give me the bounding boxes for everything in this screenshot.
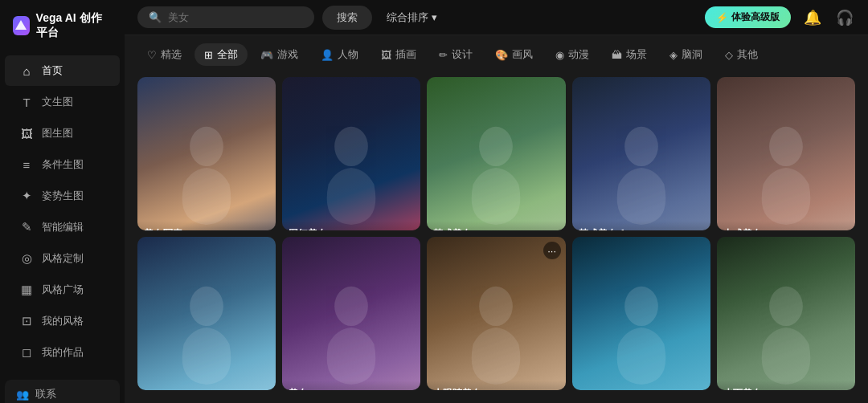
- search-box: 🔍: [137, 6, 314, 28]
- all-tab-icon: ⊞: [204, 49, 213, 61]
- headphone-button[interactable]: 🎧: [834, 7, 855, 28]
- svg-point-10: [769, 287, 803, 326]
- other-tab-icon: ◇: [725, 49, 733, 61]
- top-actions: ⚡ 体验高级版 🔔 🎧: [705, 6, 855, 28]
- card-8[interactable]: 大眼睛美女 添 添醒盼望 ☆ 8855 ···: [427, 237, 565, 390]
- text-to-image-icon: T: [19, 95, 34, 109]
- filter-tab-all[interactable]: ⊞ 全部: [194, 43, 248, 66]
- filter-tab-game[interactable]: 🎮 游戏: [251, 43, 308, 66]
- card-2[interactable]: 网红美女 佰 佰赏大米 ☆ 28785 ···: [282, 77, 420, 230]
- sidebar-nav: ⌂ 首页 T 文生图 🖼 图生图 ≡ 条件生图 ✦ 姿势生图 ✎ 智能编辑 ◎ …: [0, 51, 125, 372]
- nav-label-text-to-image: 文生图: [42, 95, 73, 109]
- sidebar: Vega AI 创作平台 ⌂ 首页 T 文生图 🖼 图生图 ≡ 条件生图 ✦ 姿…: [0, 0, 125, 403]
- filter-tab-scene[interactable]: 🏔 场景: [602, 43, 657, 66]
- card-6[interactable]: ···: [137, 237, 276, 390]
- home-icon: ⌂: [19, 63, 34, 78]
- sidebar-item-image-to-image[interactable]: 🖼 图生图: [5, 118, 120, 149]
- sidebar-item-style-custom[interactable]: ◎ 风格定制: [5, 243, 120, 274]
- condition-image-icon: ≡: [19, 157, 34, 172]
- more-button-8[interactable]: ···: [543, 242, 561, 259]
- search-input[interactable]: [168, 11, 289, 23]
- card-5[interactable]: 中式美女 1 123123 ☆ 12064 ···: [717, 77, 855, 230]
- card-title-8: 大眼睛美女: [433, 387, 559, 390]
- scene-tab-label: 场景: [626, 47, 647, 62]
- filter-tab-featured[interactable]: ♡ 精选: [137, 43, 191, 66]
- filter-tab-person[interactable]: 👤 人物: [311, 43, 368, 66]
- nav-label-smart-edit: 智能编辑: [42, 220, 84, 234]
- anime-tab-icon: ◉: [555, 49, 564, 61]
- design-tab-label: 设计: [452, 47, 473, 62]
- brain-tab-icon: ◈: [669, 49, 678, 61]
- svg-point-6: [190, 287, 223, 326]
- chevron-down-icon: ▾: [432, 11, 437, 23]
- painting-tab-icon: 🎨: [495, 49, 508, 61]
- search-area: 🔍 搜索 综合排序 ▾: [137, 6, 444, 30]
- top-bar: 🔍 搜索 综合排序 ▾ ⚡ 体验高级版 🔔 🎧: [125, 0, 868, 35]
- sidebar-footer: 👥 联系: [0, 372, 125, 403]
- card-4[interactable]: 韩式美女-1 古 古故香蒿 ☆ 9786 ···: [572, 77, 710, 230]
- card-10[interactable]: 水下美女 野 野性的切子 ☆ 3506 ···: [717, 237, 855, 390]
- contact-button[interactable]: 👥 联系: [5, 380, 120, 403]
- style-custom-icon: ◎: [19, 251, 34, 266]
- sidebar-item-condition-image[interactable]: ≡ 条件生图: [5, 149, 120, 180]
- card-grid: 美女写真 央 央谷世界 ☆ 107 ··· 网红美女: [125, 71, 868, 403]
- svg-point-5: [769, 127, 803, 166]
- nav-label-image-to-image: 图生图: [42, 126, 73, 140]
- logo-text: Vega AI 创作平台: [36, 11, 112, 40]
- nav-label-condition-image: 条件生图: [42, 157, 84, 172]
- sidebar-item-pose-image[interactable]: ✦ 姿势生图: [5, 181, 120, 211]
- card-7[interactable]: 美女 直 直率的果汁 ☆ 8356 ···: [282, 237, 420, 390]
- filter-tab-painting[interactable]: 🎨 画风: [485, 43, 542, 66]
- filter-tab-other[interactable]: ◇ 其他: [715, 43, 768, 66]
- main-content: 🔍 搜索 综合排序 ▾ ⚡ 体验高级版 🔔 🎧 ♡ 精选 ⊞ 全部 🎮 游戏: [125, 0, 868, 403]
- upgrade-label: 体验高级版: [731, 10, 780, 24]
- game-tab-label: 游戏: [277, 47, 298, 62]
- sort-dropdown[interactable]: 综合排序 ▾: [380, 7, 444, 28]
- painting-tab-label: 画风: [512, 47, 533, 62]
- person-tab-label: 人物: [338, 47, 358, 62]
- scene-tab-icon: 🏔: [612, 49, 622, 61]
- card-title-1: 美女写真: [144, 227, 269, 230]
- filter-tab-design[interactable]: ✏ 设计: [429, 43, 482, 66]
- contact-label: 联系: [35, 387, 56, 401]
- logo-icon: [13, 16, 30, 35]
- nav-label-home: 首页: [42, 63, 63, 78]
- nav-label-my-style: 我的风格: [42, 314, 84, 328]
- svg-point-8: [480, 287, 514, 326]
- anime-tab-label: 动漫: [568, 47, 589, 62]
- filter-tab-anime[interactable]: ◉ 动漫: [546, 43, 599, 66]
- sidebar-item-home[interactable]: ⌂ 首页: [5, 55, 120, 86]
- card-title-4: 韩式美女-1: [579, 227, 704, 230]
- sidebar-item-text-to-image[interactable]: T 文生图: [5, 87, 120, 117]
- illustration-tab-label: 插画: [395, 47, 416, 62]
- card-title-2: 网红美女: [289, 227, 414, 230]
- svg-point-7: [334, 287, 368, 326]
- style-plaza-icon: ▦: [19, 283, 34, 297]
- filter-tab-brain[interactable]: ◈ 脑洞: [660, 43, 712, 66]
- upgrade-icon: ⚡: [716, 12, 728, 23]
- card-1[interactable]: 美女写真 央 央谷世界 ☆ 107 ···: [137, 77, 276, 230]
- notification-button[interactable]: 🔔: [802, 7, 823, 28]
- sidebar-item-my-style[interactable]: ⊡ 我的风格: [5, 306, 120, 336]
- contact-icon: 👥: [16, 389, 29, 401]
- card-3[interactable]: 韩式美女 可 可乐的鸡翅 ☆ 13314 ···: [427, 77, 565, 230]
- pose-image-icon: ✦: [19, 189, 34, 203]
- nav-label-style-plaza: 风格广场: [42, 283, 84, 297]
- upgrade-button[interactable]: ⚡ 体验高级版: [705, 6, 791, 28]
- sidebar-item-smart-edit[interactable]: ✎ 智能编辑: [5, 212, 120, 242]
- svg-point-3: [480, 127, 514, 166]
- card-9[interactable]: ···: [572, 237, 710, 390]
- filter-tab-illustration[interactable]: 🖼 插画: [371, 43, 426, 66]
- svg-point-2: [334, 127, 368, 166]
- sidebar-item-style-plaza[interactable]: ▦ 风格广场: [5, 275, 120, 305]
- person-tab-icon: 👤: [321, 49, 334, 61]
- game-tab-icon: 🎮: [260, 49, 273, 61]
- my-style-icon: ⊡: [19, 314, 34, 328]
- svg-point-4: [624, 127, 658, 166]
- smart-edit-icon: ✎: [19, 220, 34, 234]
- all-tab-label: 全部: [217, 47, 238, 62]
- design-tab-icon: ✏: [439, 49, 448, 61]
- sidebar-item-my-works[interactable]: ◻ 我的作品: [5, 337, 120, 368]
- svg-marker-0: [15, 20, 27, 30]
- search-button[interactable]: 搜索: [322, 6, 372, 30]
